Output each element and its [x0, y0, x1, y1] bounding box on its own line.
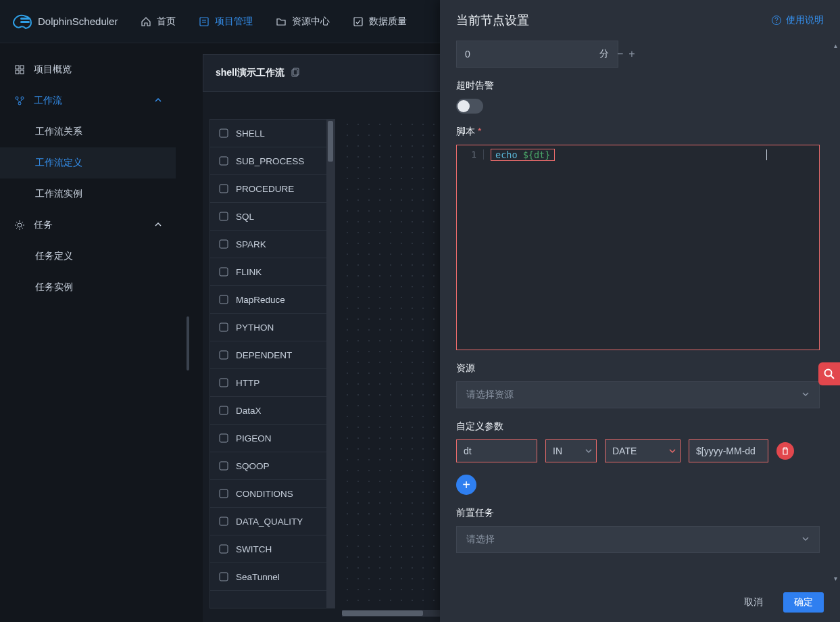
svg-rect-25 [220, 379, 228, 387]
sidebar-task-instance[interactable]: 任务实例 [0, 272, 176, 303]
chevron-up-icon [154, 95, 162, 106]
task-type-icon [218, 128, 229, 139]
param-add-button[interactable]: + [456, 475, 476, 495]
task-type-item[interactable]: PROCEDURE [210, 175, 335, 203]
folder-icon [276, 16, 287, 27]
svg-rect-26 [220, 406, 228, 414]
svg-rect-24 [220, 351, 228, 359]
svg-rect-30 [220, 517, 228, 525]
scroll-down-icon[interactable]: ▾ [832, 575, 839, 581]
task-type-icon [218, 377, 229, 388]
svg-rect-21 [220, 268, 228, 276]
sidebar-wf-definition-label: 工作流定义 [35, 157, 82, 169]
delay-value-field[interactable] [457, 49, 591, 59]
delay-decrement[interactable]: − [617, 48, 623, 60]
nav-home[interactable]: 首页 [141, 16, 176, 28]
svg-rect-28 [220, 462, 228, 470]
task-type-item[interactable]: DataX [210, 397, 335, 425]
task-type-item[interactable]: FLINK [210, 258, 335, 286]
params-label: 自定义参数 [456, 421, 820, 433]
param-delete-button[interactable] [776, 442, 794, 460]
resource-placeholder: 请选择资源 [466, 389, 514, 401]
task-type-item[interactable]: SUB_PROCESS [210, 147, 335, 175]
nav-resource[interactable]: 资源中心 [276, 16, 330, 28]
svg-point-13 [18, 223, 22, 227]
sidebar-task[interactable]: 任务 [0, 210, 176, 241]
drawer-scrollbar[interactable]: ▴ ▾ [832, 42, 839, 581]
copy-icon[interactable] [291, 68, 301, 79]
canvas-hscroll-thumb[interactable] [342, 611, 423, 616]
task-type-item[interactable]: PIGEON [210, 425, 335, 452]
plus-icon: + [462, 478, 470, 492]
task-type-label: DataX [236, 406, 262, 416]
help-link[interactable]: 使用说明 [771, 14, 824, 26]
task-type-icon [218, 183, 229, 194]
task-type-icon [218, 156, 229, 166]
task-type-label: MapReduce [236, 295, 285, 305]
sidebar-overview-label: 项目概览 [34, 64, 72, 76]
task-type-label: PROCEDURE [236, 184, 294, 194]
task-type-item[interactable]: SeaTunnel [210, 563, 335, 591]
sidebar-wf-definition[interactable]: 工作流定义 [0, 147, 176, 178]
sidebar-overview[interactable]: 项目概览 [0, 54, 176, 85]
nav-project[interactable]: 项目管理 [199, 16, 253, 28]
nav-dataquality[interactable]: 数据质量 [353, 16, 407, 28]
sidebar-workflow[interactable]: 工作流 [0, 85, 176, 116]
svg-rect-2 [200, 18, 208, 26]
svg-rect-8 [16, 70, 19, 74]
task-type-item[interactable]: MapReduce [210, 286, 335, 314]
scroll-up-icon[interactable]: ▴ [832, 42, 839, 49]
search-fab[interactable] [818, 362, 840, 385]
task-type-icon [218, 294, 229, 305]
task-type-label: SeaTunnel [236, 572, 280, 582]
svg-point-12 [18, 102, 21, 105]
sidebar-scrollbar[interactable] [187, 316, 189, 370]
task-type-item[interactable]: CONDITIONS [210, 480, 335, 508]
brand-logo[interactable]: DolphinScheduler [11, 12, 118, 31]
resource-label: 资源 [456, 362, 820, 375]
confirm-button[interactable]: 确定 [783, 592, 824, 613]
script-editor[interactable]: 1 echo ${dt} [456, 145, 820, 350]
param-direction-value: IN [553, 446, 562, 456]
chevron-down-icon [585, 446, 592, 456]
task-type-item[interactable]: SQL [210, 203, 335, 231]
sidebar-wf-instance-label: 工作流实例 [35, 188, 82, 200]
svg-rect-32 [220, 573, 228, 581]
delay-increment[interactable]: + [628, 48, 635, 60]
pre-task-select[interactable]: 请选择 [456, 526, 820, 553]
svg-line-36 [831, 376, 835, 379]
task-type-item[interactable]: SQOOP [210, 452, 335, 480]
task-type-icon [218, 350, 229, 360]
param-direction-select[interactable]: IN [545, 439, 597, 462]
svg-point-10 [16, 97, 18, 99]
sidebar-task-definition[interactable]: 任务定义 [0, 241, 176, 272]
task-type-item[interactable]: DEPENDENT [210, 341, 335, 369]
task-type-item[interactable]: DATA_QUALITY [210, 508, 335, 535]
task-type-icon [218, 266, 229, 277]
code-text[interactable]: echo ${dt} [484, 149, 555, 160]
sidebar-wf-relation[interactable]: 工作流关系 [0, 116, 176, 147]
task-type-item[interactable]: SPARK [210, 231, 335, 258]
palette-scrollbar-track[interactable] [326, 120, 335, 608]
palette-scrollbar-thumb[interactable] [328, 121, 333, 162]
node-settings-drawer: 当前节点设置 使用说明 ▴ ▾ 分 − + 超时告警 脚本 [440, 0, 840, 622]
svg-rect-20 [220, 240, 228, 248]
svg-rect-18 [220, 185, 228, 193]
sidebar-wf-instance[interactable]: 工作流实例 [0, 178, 176, 210]
delay-input[interactable]: 分 − + [456, 41, 618, 68]
task-type-item[interactable]: PYTHON [210, 314, 335, 341]
cancel-button[interactable]: 取消 [733, 592, 774, 613]
task-type-item[interactable]: HTTP [210, 369, 335, 397]
task-type-label: SQOOP [236, 461, 270, 471]
resource-select[interactable]: 请选择资源 [456, 381, 820, 408]
dataquality-icon [353, 16, 364, 27]
svg-rect-31 [220, 545, 228, 553]
svg-rect-19 [220, 212, 228, 220]
param-name-input[interactable] [456, 439, 537, 462]
task-type-item[interactable]: SWITCH [210, 535, 335, 563]
param-value-input[interactable] [689, 439, 768, 462]
param-type-select[interactable]: DATE [605, 439, 681, 462]
timeout-switch[interactable] [456, 99, 483, 114]
help-link-label: 使用说明 [786, 14, 824, 26]
task-type-item[interactable]: SHELL [210, 120, 335, 147]
